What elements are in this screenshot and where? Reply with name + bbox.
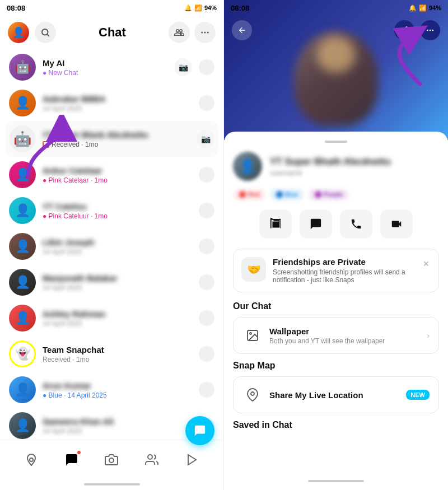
page-title: Chat	[62, 25, 163, 40]
action-buttons	[233, 209, 439, 239]
more-icon	[200, 27, 210, 38]
chat-badge	[76, 450, 82, 455]
right-status-icons: 🔔 📶 94%	[409, 4, 441, 12]
list-item[interactable]: 👤 Ankur Catelaar ● Pink Catelaar · 1mo	[6, 157, 218, 193]
chat-action[interactable]	[199, 239, 214, 254]
profile-info: YT Super Bhath Abcdnettu username	[270, 156, 391, 177]
list-item[interactable]: 👤 YT Cateluu ● Pink Cateluur · 1mo	[6, 193, 218, 228]
list-item[interactable]: 👻 Team Snapchat Received · 1mo	[6, 336, 218, 372]
chat-name: YT Cateluu	[43, 202, 192, 211]
video-action-button[interactable]	[380, 209, 413, 239]
new-badge: NEW	[406, 390, 430, 400]
chat-action-icon	[310, 218, 322, 230]
list-item[interactable]: 👤 Arun Kumar ● Blue · 14 April 2025	[6, 372, 218, 408]
location-label: Share My Live Location	[269, 390, 399, 400]
chat-action[interactable]: 📷	[174, 58, 192, 76]
list-item[interactable]: 🤖 YT Super Blank Abcdnettu Received · 1m…	[6, 121, 218, 157]
wallpaper-label: Wallpaper	[269, 326, 420, 336]
bottom-navigation	[0, 440, 223, 479]
chat-name: My AI	[43, 58, 167, 68]
wallpaper-desc: Both you and YT will see the wallpaper	[269, 337, 420, 345]
chat-header: 👤 Chat	[0, 16, 223, 49]
right-top-bar	[224, 16, 448, 45]
nav-map[interactable]	[19, 447, 44, 472]
nav-chat[interactable]	[59, 447, 84, 472]
profile-name: YT Super Bhath Abcdnettu	[270, 156, 391, 167]
chat-action-2[interactable]	[199, 59, 214, 75]
chat-name: Ashley Rahman	[43, 309, 192, 319]
chat-subtitle: 14 April 2025	[43, 320, 192, 328]
avatar: 🤖	[9, 125, 36, 152]
svg-point-4	[207, 32, 209, 34]
avatar: 👤	[9, 412, 36, 439]
share-icon	[400, 26, 409, 35]
left-status-bar: 08:08 🔔 📶 94%	[0, 0, 223, 16]
chat-subtitle: ● Blue · 14 April 2025	[43, 391, 192, 399]
call-action-button[interactable]	[340, 209, 372, 239]
chat-name: Aabrakar BBBA	[43, 94, 192, 104]
friends-icon	[145, 453, 158, 466]
right-time: 08:08	[231, 4, 249, 12]
chat-info: Libin Joseph 14 April 2025	[43, 237, 192, 256]
hero-area	[224, 0, 448, 140]
avatar: 🤖	[9, 54, 36, 81]
share-button[interactable]	[394, 20, 414, 40]
chat-subtitle: Received · 1mo	[43, 141, 190, 148]
chat-info: YT Cateluu ● Pink Cateluur · 1mo	[43, 202, 192, 220]
more-menu-button[interactable]	[420, 20, 440, 40]
list-item[interactable]: 👤 Ashley Rahman 14 April 2025	[6, 300, 218, 336]
back-button[interactable]	[232, 20, 252, 40]
list-item[interactable]: 👤 Libin Joseph 14 April 2025	[6, 228, 218, 264]
new-chat-fab[interactable]	[185, 416, 214, 445]
chat-subtitle: ● New Chat	[43, 69, 167, 77]
chat-action[interactable]	[199, 382, 214, 398]
sheet-handle	[325, 141, 347, 143]
left-status-icons: 🔔 📶 94%	[184, 4, 217, 12]
user-avatar[interactable]: 👤	[8, 22, 29, 43]
wallpaper-item[interactable]: Wallpaper Both you and YT will see the w…	[233, 317, 439, 354]
chat-action[interactable]	[199, 95, 214, 111]
profile-sheet: 👤 YT Super Bhath Abcdnettu username 🔴 Re…	[224, 132, 448, 490]
location-text: Share My Live Location	[269, 390, 399, 400]
location-item[interactable]: Share My Live Location NEW	[233, 376, 439, 413]
bitmoji-body	[294, 31, 378, 126]
svg-point-6	[30, 458, 33, 461]
chat-action[interactable]	[199, 346, 214, 362]
chat-subtitle: 14 April 2025	[43, 105, 192, 113]
more-button[interactable]	[194, 22, 216, 43]
chat-action[interactable]	[199, 274, 214, 290]
chat-info: Manjunath Balakar 14 April 2025	[43, 273, 192, 292]
chat-action[interactable]: 📷	[197, 130, 214, 148]
list-item[interactable]: 👤 Manjunath Balakar 14 April 2025	[6, 264, 218, 300]
dismiss-button[interactable]: ✕	[422, 257, 431, 270]
nav-camera[interactable]	[99, 447, 124, 472]
chat-info: Ankur Catelaar ● Pink Catelaar · 1mo	[43, 166, 192, 184]
list-item[interactable]: 🤖 My AI ● New Chat 📷	[6, 49, 218, 85]
chat-action-button[interactable]	[300, 209, 332, 239]
nav-friends[interactable]	[139, 447, 164, 472]
add-friend-button[interactable]	[169, 22, 190, 43]
svg-point-16	[251, 392, 254, 395]
right-home-indicator	[308, 480, 364, 482]
chat-subtitle: ● Pink Cateluur · 1mo	[43, 212, 192, 220]
search-button[interactable]	[35, 22, 56, 43]
chat-action[interactable]	[199, 167, 214, 183]
our-chat-section-title: Our Chat	[233, 301, 439, 311]
friendship-title: Friendships are Private	[273, 257, 415, 267]
avatar: 👤	[9, 269, 36, 296]
chat-action[interactable]	[199, 310, 214, 326]
chevron-right-icon: ›	[427, 331, 430, 340]
svg-point-10	[427, 30, 428, 31]
chat-info: Sameera Khan Ali 14 April 2025	[43, 417, 192, 435]
nav-stories[interactable]	[180, 447, 204, 472]
svg-point-2	[201, 32, 203, 34]
chat-info: YT Super Blank Abcdnettu Received · 1mo	[43, 130, 190, 148]
chat-info: My AI ● New Chat	[43, 58, 167, 77]
chat-name: Sameera Khan Ali	[43, 417, 192, 426]
chat-subtitle: 14 April 2025	[43, 284, 192, 292]
avatar: 👤	[9, 376, 36, 403]
list-item[interactable]: 👤 Aabrakar BBBA 14 April 2025	[6, 85, 218, 121]
chat-action[interactable]	[199, 203, 214, 218]
camera-action-button[interactable]	[259, 209, 292, 239]
chat-subtitle: Received · 1mo	[43, 356, 192, 363]
